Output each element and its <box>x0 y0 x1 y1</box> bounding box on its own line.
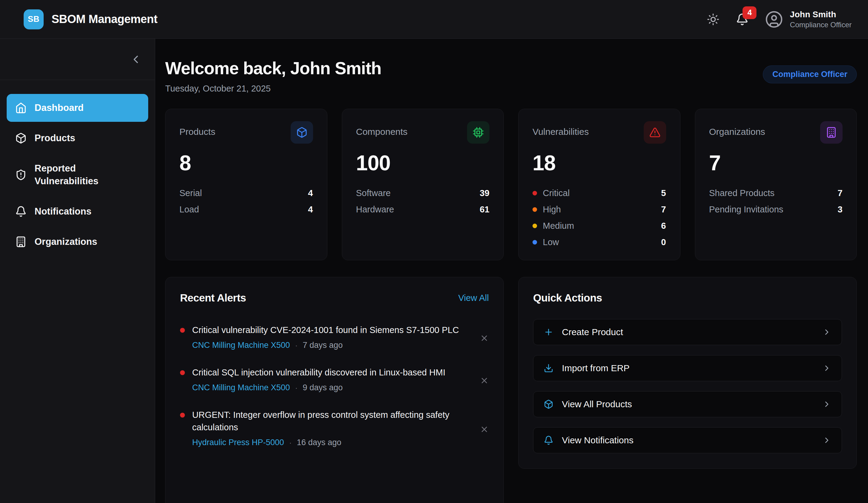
shield-alert-icon <box>15 169 27 181</box>
breakdown-value: 6 <box>661 221 666 231</box>
alert-triangle-icon <box>644 121 666 144</box>
alert-list: Critical vulnerability CVE-2024-1001 fou… <box>180 324 489 447</box>
chevron-right-icon <box>822 400 831 409</box>
breakdown-value: 5 <box>661 188 666 198</box>
alert-time: 16 days ago <box>297 438 341 447</box>
alert-message: URGENT: Integer overflow in press contro… <box>192 409 473 433</box>
close-icon <box>480 334 489 343</box>
stat-breakdown-row: Hardware 61 <box>356 204 490 214</box>
role-badge: Compliance Officer <box>763 65 857 83</box>
notification-count-badge: 4 <box>743 6 756 19</box>
severity-row-medium: Medium 6 <box>533 221 666 231</box>
dismiss-alert-button[interactable] <box>480 411 489 447</box>
stat-cards-row: Products 8 Serial 4 Load 4 <box>165 109 857 260</box>
alert-item: URGENT: Integer overflow in press contro… <box>180 409 489 447</box>
building-icon <box>15 236 27 248</box>
severity-dot-critical <box>533 191 537 196</box>
alert-separator: · <box>295 384 298 392</box>
breakdown-label: Software <box>356 188 391 198</box>
stat-card-value: 8 <box>179 151 313 175</box>
welcome-row: Welcome back, John Smith Tuesday, Octobe… <box>165 58 857 94</box>
sidebar-item-organizations[interactable]: Organizations <box>7 228 148 256</box>
severity-row-critical: Critical 5 <box>533 188 666 198</box>
alert-product-link[interactable]: CNC Milling Machine X500 <box>192 340 290 350</box>
user-menu[interactable]: John Smith Compliance Officer <box>765 10 851 29</box>
user-role: Compliance Officer <box>790 21 851 29</box>
recent-alerts-panel: Recent Alerts View All Critical vulnerab… <box>165 277 504 503</box>
severity-row-high: High 7 <box>533 204 666 214</box>
sidebar: Dashboard Products Reported Vulnerabilit… <box>0 39 155 503</box>
collapse-sidebar-button[interactable] <box>130 53 142 66</box>
alert-separator: · <box>295 341 298 350</box>
stat-breakdown-row: Shared Products 7 <box>709 188 843 198</box>
breakdown-label: Shared Products <box>709 188 775 198</box>
sidebar-nav: Dashboard Products Reported Vulnerabilit… <box>0 80 155 272</box>
package-icon <box>544 399 554 409</box>
app-title: SBOM Management <box>52 13 157 26</box>
stat-card-value: 100 <box>356 151 490 175</box>
theme-toggle-button[interactable] <box>707 13 720 26</box>
quick-actions-list: Create Product Import from ERP <box>533 319 842 453</box>
top-bar-right: 4 John Smith Compliance Officer <box>707 10 851 29</box>
sidebar-item-reported-vulnerabilities[interactable]: Reported Vulnerabilities <box>7 155 148 195</box>
bottom-panels: Recent Alerts View All Critical vulnerab… <box>165 277 857 503</box>
breakdown-label: Load <box>179 205 199 214</box>
alert-product-link[interactable]: Hydraulic Press HP-5000 <box>192 438 284 447</box>
sidebar-item-notifications[interactable]: Notifications <box>7 198 148 226</box>
stat-card-components: Components 100 Software 39 Hardware <box>342 109 504 260</box>
breakdown-value: 4 <box>308 205 313 214</box>
breakdown-value: 3 <box>838 205 843 214</box>
quick-action-label: View All Products <box>562 399 632 409</box>
breakdown-label: Medium <box>543 221 574 231</box>
breakdown-value: 0 <box>661 237 666 247</box>
dismiss-alert-button[interactable] <box>480 326 489 350</box>
stat-breakdown-row: Serial 4 <box>179 188 313 198</box>
stat-card-title: Organizations <box>709 127 765 137</box>
stat-card-organizations: Organizations 7 Shared Products 7 Pendin… <box>695 109 857 260</box>
brand: SB SBOM Management <box>24 9 157 29</box>
sidebar-item-products[interactable]: Products <box>7 124 148 152</box>
breakdown-label: Pending Invitations <box>709 205 784 214</box>
app-root: SB SBOM Management 4 John Smith <box>0 0 868 503</box>
page-title: Welcome back, John Smith <box>165 58 381 78</box>
severity-row-low: Low 0 <box>533 237 666 247</box>
building-icon <box>820 121 843 144</box>
recent-alerts-title: Recent Alerts <box>180 292 246 304</box>
create-product-button[interactable]: Create Product <box>533 319 842 345</box>
alert-severity-dot <box>180 328 185 333</box>
cube-icon <box>291 121 313 144</box>
plus-icon <box>544 327 554 337</box>
close-icon <box>480 376 489 385</box>
stat-card-title: Components <box>356 127 407 137</box>
shell: Dashboard Products Reported Vulnerabilit… <box>0 39 868 503</box>
stat-breakdown-row: Software 39 <box>356 188 490 198</box>
package-icon <box>15 133 27 144</box>
quick-actions-title: Quick Actions <box>533 292 602 304</box>
alert-message: Critical vulnerability CVE-2024-1001 fou… <box>192 324 473 336</box>
stat-breakdown-row: Pending Invitations 3 <box>709 204 843 214</box>
breakdown-label: Serial <box>179 188 202 198</box>
import-from-erp-button[interactable]: Import from ERP <box>533 355 842 381</box>
alert-separator: · <box>289 439 291 447</box>
sidebar-item-label: Notifications <box>34 205 92 218</box>
user-avatar-icon <box>765 10 783 29</box>
top-bar: SB SBOM Management 4 John Smith <box>0 0 868 39</box>
sidebar-item-label: Dashboard <box>34 102 84 114</box>
breakdown-value: 7 <box>661 205 666 214</box>
view-all-products-button[interactable]: View All Products <box>533 391 842 417</box>
chevron-right-icon <box>822 436 831 445</box>
stat-card-products: Products 8 Serial 4 Load 4 <box>165 109 327 260</box>
view-notifications-button[interactable]: View Notifications <box>533 427 842 453</box>
alert-severity-dot <box>180 413 185 418</box>
alert-item: Critical SQL injection vulnerability dis… <box>180 366 489 392</box>
notifications-button[interactable]: 4 <box>736 13 748 26</box>
sidebar-item-dashboard[interactable]: Dashboard <box>7 94 148 122</box>
alert-product-link[interactable]: CNC Milling Machine X500 <box>192 383 290 392</box>
main-content: Welcome back, John Smith Tuesday, Octobe… <box>155 39 868 503</box>
alert-time: 7 days ago <box>303 340 343 350</box>
cpu-icon <box>467 121 489 144</box>
view-all-alerts-link[interactable]: View All <box>458 293 489 303</box>
dismiss-alert-button[interactable] <box>480 369 489 392</box>
sidebar-item-label: Products <box>34 132 75 145</box>
breakdown-label: Critical <box>543 188 570 198</box>
